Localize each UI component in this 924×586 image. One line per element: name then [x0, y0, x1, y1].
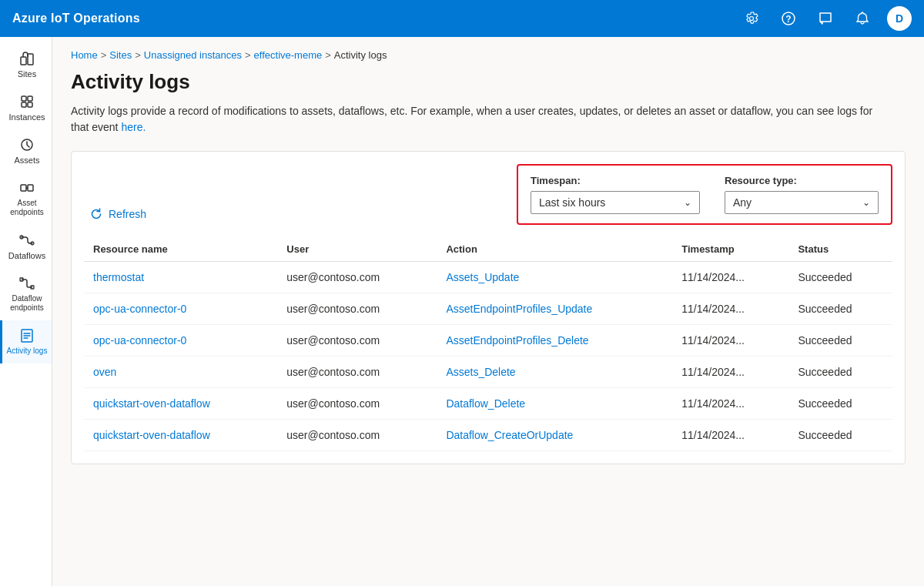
table-header-row: Resource name User Action Timestamp Stat…	[84, 237, 892, 262]
sidebar-item-dataflow-endpoints[interactable]: Dataflow endpoints	[0, 268, 52, 320]
cell-resource-name[interactable]: quickstart-oven-dataflow	[84, 420, 277, 451]
breadcrumb-sites[interactable]: Sites	[109, 49, 132, 61]
sidebar-item-activity-logs[interactable]: Activity logs	[0, 320, 52, 363]
filter-section: Timespan: Last six hours ⌄ Resource type…	[517, 164, 892, 225]
cell-timestamp: 11/14/2024...	[672, 325, 788, 357]
timespan-select[interactable]: Last six hours ⌄	[531, 191, 700, 214]
col-user: User	[277, 237, 437, 262]
sidebar: Sites Instances Assets Ass	[0, 37, 52, 586]
cell-user: user@contoso.com	[277, 357, 437, 388]
refresh-label: Refresh	[109, 208, 146, 220]
sidebar-item-asset-endpoints-label: Asset endpoints	[5, 199, 49, 217]
cell-action: AssetEndpointProfiles_Delete	[437, 325, 672, 357]
cell-user: user@contoso.com	[277, 388, 437, 420]
panel-controls: Refresh Timespan: Last six hours ⌄ Resou…	[84, 164, 892, 225]
cell-user: user@contoso.com	[277, 293, 437, 325]
settings-icon[interactable]	[739, 6, 764, 31]
cell-timestamp: 11/14/2024...	[672, 357, 788, 388]
resource-type-chevron-icon: ⌄	[862, 197, 870, 208]
cell-resource-name[interactable]: thermostat	[84, 262, 277, 293]
refresh-button[interactable]: Refresh	[84, 203, 152, 225]
svg-rect-4	[22, 96, 26, 101]
sidebar-item-dataflows[interactable]: Dataflows	[0, 225, 52, 268]
top-nav-icons: ? D	[739, 6, 912, 31]
timespan-label: Timespan:	[531, 175, 700, 186]
svg-rect-9	[21, 185, 26, 191]
col-resource-name: Resource name	[84, 237, 277, 262]
sidebar-item-sites[interactable]: Sites	[0, 43, 52, 86]
table-row[interactable]: ovenuser@contoso.comAssets_Delete11/14/2…	[84, 357, 892, 388]
cell-resource-name[interactable]: oven	[84, 357, 277, 388]
resource-type-filter-group: Resource type: Any ⌄	[725, 175, 879, 214]
cell-status: Succeeded	[788, 420, 892, 451]
breadcrumb-sep-3: >	[245, 49, 251, 61]
activity-logs-table: Resource name User Action Timestamp Stat…	[84, 237, 892, 451]
cell-timestamp: 11/14/2024...	[672, 293, 788, 325]
main-layout: Sites Instances Assets Ass	[0, 37, 924, 586]
svg-text:?: ?	[785, 14, 791, 25]
cell-timestamp: 11/14/2024...	[672, 262, 788, 293]
sidebar-item-asset-endpoints[interactable]: Asset endpoints	[0, 172, 52, 225]
sidebar-item-assets-label: Assets	[14, 156, 39, 165]
resource-type-label: Resource type:	[725, 175, 879, 186]
cell-resource-name[interactable]: opc-ua-connector-0	[84, 293, 277, 325]
page-title: Activity logs	[71, 70, 906, 94]
svg-rect-3	[28, 54, 33, 65]
cell-resource-name[interactable]: opc-ua-connector-0	[84, 325, 277, 357]
sidebar-item-instances[interactable]: Instances	[0, 86, 52, 129]
cell-action: Dataflow_Delete	[437, 388, 672, 420]
table-row[interactable]: thermostatuser@contoso.comAssets_Update1…	[84, 262, 892, 293]
breadcrumb-home[interactable]: Home	[71, 49, 98, 61]
breadcrumb-sep-4: >	[325, 49, 331, 61]
cell-action: Dataflow_CreateOrUpdate	[437, 420, 672, 451]
col-status: Status	[788, 237, 892, 262]
sidebar-item-assets[interactable]: Assets	[0, 129, 52, 172]
sidebar-item-dataflows-label: Dataflows	[8, 251, 45, 260]
table-row[interactable]: quickstart-oven-dataflowuser@contoso.com…	[84, 388, 892, 420]
cell-user: user@contoso.com	[277, 325, 437, 357]
help-icon[interactable]: ?	[776, 6, 801, 31]
cell-status: Succeeded	[788, 388, 892, 420]
sidebar-item-activity-logs-label: Activity logs	[7, 347, 48, 356]
cell-status: Succeeded	[788, 325, 892, 357]
cell-resource-name[interactable]: quickstart-oven-dataflow	[84, 388, 277, 420]
cell-timestamp: 11/14/2024...	[672, 420, 788, 451]
cell-status: Succeeded	[788, 293, 892, 325]
svg-rect-10	[28, 185, 33, 191]
top-navigation: Azure IoT Operations ? D	[0, 0, 924, 37]
breadcrumb-sep-2: >	[135, 49, 141, 61]
breadcrumb-unassigned[interactable]: Unassigned instances	[144, 49, 242, 61]
svg-rect-7	[28, 102, 32, 107]
user-avatar[interactable]: D	[887, 6, 912, 31]
breadcrumb-current: Activity logs	[334, 49, 387, 61]
svg-rect-2	[21, 57, 26, 65]
col-action: Action	[437, 237, 672, 262]
activity-logs-panel: Refresh Timespan: Last six hours ⌄ Resou…	[71, 151, 906, 464]
app-brand: Azure IoT Operations	[12, 12, 140, 25]
sidebar-item-dataflow-endpoints-label: Dataflow endpoints	[5, 294, 49, 313]
feedback-icon[interactable]	[813, 6, 838, 31]
resource-type-select[interactable]: Any ⌄	[725, 191, 879, 214]
breadcrumb: Home > Sites > Unassigned instances > ef…	[71, 49, 906, 61]
svg-rect-5	[28, 96, 32, 101]
cell-timestamp: 11/14/2024...	[672, 388, 788, 420]
cell-action: Assets_Delete	[437, 357, 672, 388]
cell-user: user@contoso.com	[277, 262, 437, 293]
table-row[interactable]: opc-ua-connector-0user@contoso.comAssetE…	[84, 293, 892, 325]
cell-status: Succeeded	[788, 262, 892, 293]
sidebar-item-instances-label: Instances	[8, 112, 45, 122]
description-link[interactable]: here.	[121, 121, 146, 133]
table-row[interactable]: opc-ua-connector-0user@contoso.comAssetE…	[84, 325, 892, 357]
cell-action: AssetEndpointProfiles_Update	[437, 293, 672, 325]
svg-rect-6	[22, 102, 26, 107]
timespan-filter-group: Timespan: Last six hours ⌄	[531, 175, 700, 214]
cell-action: Assets_Update	[437, 262, 672, 293]
breadcrumb-effective-meme[interactable]: effective-meme	[254, 49, 323, 61]
cell-status: Succeeded	[788, 357, 892, 388]
notification-icon[interactable]	[850, 6, 875, 31]
timespan-chevron-icon: ⌄	[684, 197, 691, 208]
table-row[interactable]: quickstart-oven-dataflowuser@contoso.com…	[84, 420, 892, 451]
content-area: Home > Sites > Unassigned instances > ef…	[52, 37, 924, 586]
sidebar-item-sites-label: Sites	[18, 69, 36, 79]
col-timestamp: Timestamp	[672, 237, 788, 262]
